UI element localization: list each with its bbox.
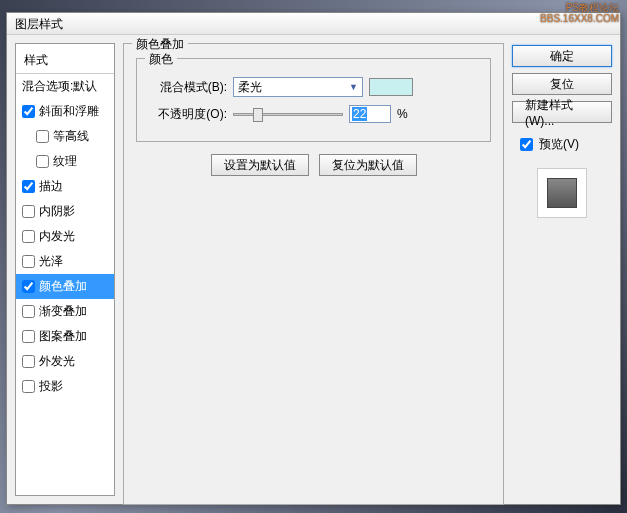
layer-style-dialog: 图层样式 样式 混合选项:默认 斜面和浮雕等高线纹理描边内阴影内发光光泽颜色叠加… [6,12,621,505]
style-item-5[interactable]: 内发光 [16,224,114,249]
blending-options-item[interactable]: 混合选项:默认 [16,74,114,99]
style-label-9: 图案叠加 [39,328,87,345]
chevron-down-icon: ▼ [349,82,358,92]
cancel-button[interactable]: 复位 [512,73,612,95]
style-checkbox-10[interactable] [22,355,35,368]
dialog-title: 图层样式 [7,13,620,35]
style-item-3[interactable]: 描边 [16,174,114,199]
style-label-2: 纹理 [53,153,77,170]
style-label-6: 光泽 [39,253,63,270]
style-item-11[interactable]: 投影 [16,374,114,399]
style-checkbox-0[interactable] [22,105,35,118]
percent-label: % [397,107,408,121]
style-checkbox-7[interactable] [22,280,35,293]
new-style-button[interactable]: 新建样式(W)... [512,101,612,123]
style-checkbox-5[interactable] [22,230,35,243]
style-checkbox-8[interactable] [22,305,35,318]
overlay-color-swatch[interactable] [369,78,413,96]
style-label-3: 描边 [39,178,63,195]
style-checkbox-2[interactable] [36,155,49,168]
style-item-4[interactable]: 内阴影 [16,199,114,224]
styles-list-panel: 样式 混合选项:默认 斜面和浮雕等高线纹理描边内阴影内发光光泽颜色叠加渐变叠加图… [15,43,115,496]
style-label-10: 外发光 [39,353,75,370]
styles-header[interactable]: 样式 [16,48,114,74]
style-label-11: 投影 [39,378,63,395]
set-default-button[interactable]: 设置为默认值 [211,154,309,176]
style-checkbox-11[interactable] [22,380,35,393]
style-item-1[interactable]: 等高线 [16,124,114,149]
style-item-10[interactable]: 外发光 [16,349,114,374]
style-checkbox-6[interactable] [22,255,35,268]
right-button-panel: 确定 复位 新建样式(W)... 预览(V) [512,43,612,496]
style-checkbox-9[interactable] [22,330,35,343]
opacity-label: 不透明度(O): [149,106,227,123]
style-item-2[interactable]: 纹理 [16,149,114,174]
preview-label: 预览(V) [539,136,579,153]
style-label-5: 内发光 [39,228,75,245]
preview-swatch [537,168,587,218]
blend-mode-select[interactable]: 柔光 ▼ [233,77,363,97]
style-label-0: 斜面和浮雕 [39,103,99,120]
style-item-9[interactable]: 图案叠加 [16,324,114,349]
opacity-slider-thumb[interactable] [253,108,263,122]
style-checkbox-3[interactable] [22,180,35,193]
style-item-7[interactable]: 颜色叠加 [16,274,114,299]
preview-checkbox[interactable] [520,138,533,151]
reset-default-button[interactable]: 复位为默认值 [319,154,417,176]
style-checkbox-4[interactable] [22,205,35,218]
style-item-6[interactable]: 光泽 [16,249,114,274]
main-settings-panel: 颜色叠加 颜色 混合模式(B): 柔光 ▼ 不透明度(O): [123,43,504,496]
style-label-4: 内阴影 [39,203,75,220]
style-label-1: 等高线 [53,128,89,145]
style-label-8: 渐变叠加 [39,303,87,320]
blend-mode-label: 混合模式(B): [149,79,227,96]
opacity-slider[interactable] [233,113,343,116]
style-item-0[interactable]: 斜面和浮雕 [16,99,114,124]
preview-swatch-inner [547,178,577,208]
style-label-7: 颜色叠加 [39,278,87,295]
watermark: PS教程论坛 BBS.16XX8.COM [540,2,619,24]
opacity-input[interactable]: 22 [349,105,391,123]
sub-section-title: 颜色 [145,51,177,68]
style-checkbox-1[interactable] [36,130,49,143]
ok-button[interactable]: 确定 [512,45,612,67]
style-item-8[interactable]: 渐变叠加 [16,299,114,324]
